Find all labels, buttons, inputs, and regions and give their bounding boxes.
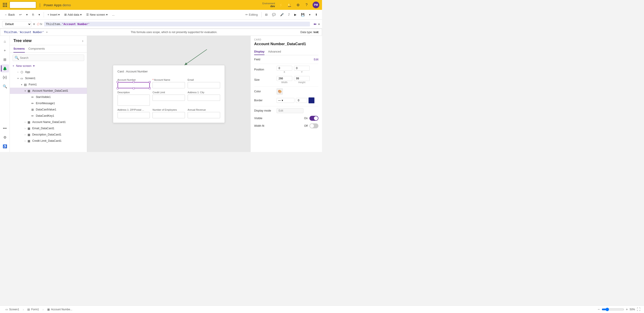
color-swatch[interactable]: 🎨 bbox=[276, 88, 283, 95]
editing-button[interactable]: ✏ Editing bbox=[244, 12, 260, 17]
insert-button[interactable]: + Insert ▾ bbox=[46, 12, 62, 17]
nav-home[interactable]: ⌂ bbox=[1, 37, 9, 46]
form-card-title: Card : Account Number bbox=[118, 70, 220, 75]
input-account-name[interactable] bbox=[152, 82, 185, 88]
input-address-zip[interactable] bbox=[118, 112, 150, 118]
size-width-input[interactable] bbox=[276, 76, 292, 81]
help-icon[interactable]: ? bbox=[304, 2, 309, 7]
handle-tr[interactable] bbox=[149, 81, 151, 83]
edit-icon-star: ✏ bbox=[30, 95, 34, 99]
position-x-input[interactable] bbox=[276, 66, 292, 71]
border-color-swatch[interactable] bbox=[308, 97, 314, 104]
border-style-select[interactable]: — ▾ bbox=[276, 98, 294, 103]
label-address-city: Address 1: City bbox=[188, 91, 220, 94]
app-name-input[interactable] bbox=[10, 1, 36, 8]
prop-width-fit: Width fit Off bbox=[254, 123, 318, 128]
field-credit-limit: Credit Limit bbox=[152, 91, 185, 106]
property-select[interactable]: Default bbox=[2, 21, 31, 27]
tree-item-datacardkey1[interactable]: ✏ DataCardKey1 bbox=[10, 113, 87, 119]
input-num-employees[interactable] bbox=[152, 112, 185, 118]
handle-bm[interactable] bbox=[133, 87, 134, 89]
copy-dropdown[interactable]: ▾ bbox=[37, 12, 42, 17]
size-height-input[interactable] bbox=[294, 76, 310, 81]
add-data-button[interactable]: ⊞ Add data ▾ bbox=[62, 12, 84, 17]
apps-grid-icon[interactable] bbox=[3, 3, 7, 7]
save-dropdown[interactable]: ▾ bbox=[307, 12, 312, 17]
share-button[interactable]: ⤴ bbox=[286, 12, 292, 17]
play-button[interactable]: ▶ bbox=[292, 12, 298, 17]
formula-input[interactable]: ThisItem.'Account Number' bbox=[44, 22, 310, 26]
visible-toggle[interactable] bbox=[310, 116, 318, 121]
nav-settings[interactable]: ⚙ bbox=[1, 133, 9, 141]
top-bar-right: Environment dev ⚡ 🔔 ⚙ ? PM bbox=[262, 1, 319, 8]
border-value-input[interactable] bbox=[296, 98, 307, 103]
width-fit-toggle[interactable] bbox=[310, 123, 318, 128]
tab-display[interactable]: Display bbox=[254, 48, 264, 55]
tree-item-account-number-datacard1[interactable]: ▾ ▦ Account Number_DataCard1 bbox=[10, 88, 87, 94]
sidebar-tree-view: Tree view › Screens Components 🔍 + New s… bbox=[10, 36, 87, 152]
tree-item-screen1[interactable]: ▾ ▭ Screen1 bbox=[10, 75, 87, 81]
visible-on-label: On bbox=[304, 117, 308, 120]
formula-chevron[interactable]: ▾ bbox=[318, 22, 320, 26]
tab-components[interactable]: Components bbox=[28, 45, 45, 52]
input-email[interactable] bbox=[188, 82, 220, 88]
position-y-input[interactable] bbox=[294, 66, 310, 71]
tree-item-account-name-datacard1[interactable]: › ▦ Account Name_DataCard1 bbox=[10, 119, 87, 125]
undo-button[interactable]: ↩ bbox=[18, 12, 24, 17]
input-description[interactable] bbox=[118, 95, 150, 106]
nav-search[interactable]: 🔍 bbox=[1, 82, 9, 90]
formula-field: 'Account Number' bbox=[62, 22, 90, 26]
nav-add[interactable]: + bbox=[1, 46, 9, 55]
tab-advanced[interactable]: Advanced bbox=[268, 48, 281, 55]
errormessage1-label: ErrorMessage1 bbox=[36, 102, 55, 105]
input-address-city[interactable] bbox=[188, 95, 220, 101]
tooltip-close-button[interactable]: ✕ bbox=[316, 30, 319, 34]
view-icon-button[interactable]: ⊟ bbox=[263, 12, 270, 17]
expand-icon-datacard1: ▾ bbox=[23, 90, 27, 92]
save-button[interactable]: 💾 bbox=[299, 12, 306, 17]
tree-item-starvisible1[interactable]: ✏ StarVisible1 bbox=[10, 94, 87, 100]
avatar[interactable]: PM bbox=[312, 1, 319, 8]
handle-tm[interactable] bbox=[133, 81, 134, 83]
tree-items: › ⬡ App ▾ ▭ Screen1 ▾ ▤ Form1 ▾ ▦ Accoun… bbox=[10, 69, 87, 152]
new-screen-action[interactable]: + New screen ▾ bbox=[10, 63, 87, 69]
handle-bl[interactable] bbox=[117, 87, 118, 89]
nav-accessibility[interactable]: ♿ bbox=[1, 142, 9, 150]
tree-item-errormessage1[interactable]: ✏ ErrorMessage1 bbox=[10, 100, 87, 106]
nav-variables[interactable]: {x} bbox=[1, 73, 9, 81]
sidebar-collapse-button[interactable]: › bbox=[82, 39, 83, 43]
settings-icon[interactable]: ⚙ bbox=[296, 2, 300, 7]
nav-tree[interactable]: 🌲 bbox=[1, 64, 9, 72]
handle-tl[interactable] bbox=[117, 81, 118, 83]
display-mode-input[interactable]: Edit bbox=[276, 108, 304, 113]
input-credit-limit[interactable] bbox=[152, 95, 185, 101]
display-mode-label: Display mode bbox=[254, 109, 276, 112]
input-annual-revenue[interactable] bbox=[188, 112, 220, 118]
tree-item-app[interactable]: › ⬡ App bbox=[10, 69, 87, 75]
tree-item-description-datacard1[interactable]: › ▦ Description_DataCard1 bbox=[10, 132, 87, 138]
more-button[interactable]: ... bbox=[110, 12, 116, 17]
copilot-icon[interactable]: ⚡ bbox=[278, 2, 284, 7]
handle-br[interactable] bbox=[149, 87, 151, 89]
svg-rect-0 bbox=[3, 3, 4, 4]
undo-dropdown[interactable]: ▾ bbox=[24, 12, 30, 17]
comment-button[interactable]: 💬 bbox=[270, 12, 278, 17]
back-button[interactable]: ← Back bbox=[3, 12, 16, 17]
publish-button[interactable]: ⬆ bbox=[313, 12, 319, 17]
tree-item-email-datacard1[interactable]: › ▦ Email_DataCard1 bbox=[10, 125, 87, 132]
notifications-icon[interactable]: 🔔 bbox=[287, 2, 292, 7]
new-screen-button[interactable]: ☰ New screen ▾ bbox=[84, 12, 110, 17]
copy-button[interactable]: ⎘ bbox=[30, 12, 36, 17]
nav-data[interactable]: ⊞ bbox=[1, 55, 9, 63]
account-name-dc1-label: Account Name_DataCard1 bbox=[32, 121, 66, 124]
sidebar-search-bar[interactable]: 🔍 bbox=[12, 55, 84, 61]
field-edit-button[interactable]: Edit bbox=[314, 58, 318, 61]
search-input[interactable] bbox=[20, 56, 82, 59]
tree-item-creditlimit-datacard1[interactable]: › ▦ Credit Limit_DataCard1 bbox=[10, 138, 87, 144]
size-height-label: Height bbox=[294, 81, 310, 84]
tree-item-form1[interactable]: ▾ ▤ Form1 bbox=[10, 81, 87, 88]
tree-item-datacardvalue1[interactable]: ⊞ DataCardValue1 bbox=[10, 106, 87, 113]
nav-more[interactable]: ••• bbox=[1, 124, 9, 132]
tab-screens[interactable]: Screens bbox=[14, 45, 25, 52]
microphone-button[interactable]: 🎤 bbox=[278, 12, 286, 17]
